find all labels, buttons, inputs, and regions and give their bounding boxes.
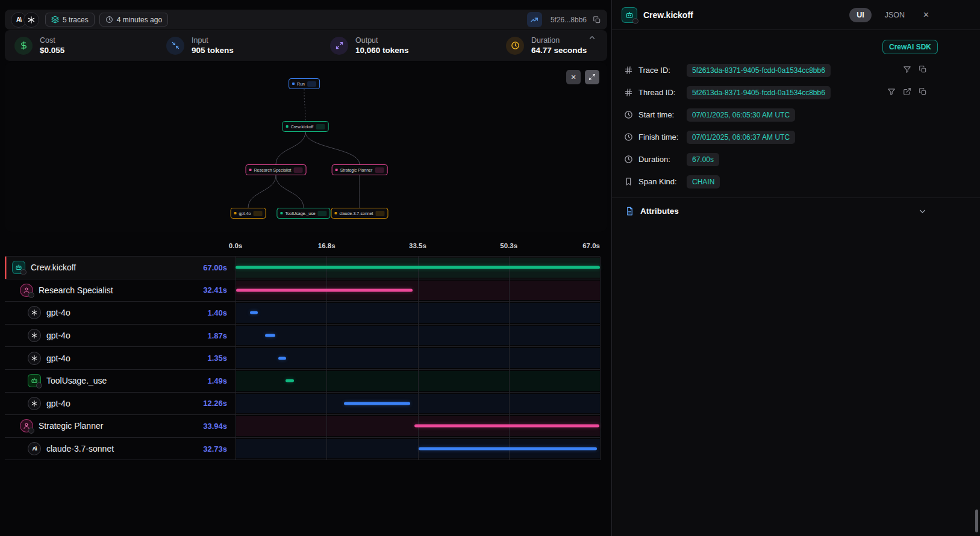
stat-value: 64.77 seconds [531,46,587,55]
expand-graph-button[interactable] [585,70,599,84]
axis-tick: 67.0s [582,242,600,249]
gridline [509,257,510,460]
span-duration: 67.00s [203,263,236,272]
timeline-bar[interactable] [414,425,599,428]
timeline-row[interactable]: gpt-4o12.26s [5,393,600,416]
openai-logo-icon [23,12,39,28]
crewai-icon [12,261,25,274]
filter-icon [903,65,911,75]
axis-tick: 50.3s [500,242,517,249]
field-value-chip[interactable]: 67.00s [687,153,719,166]
agentops-badge [632,18,638,24]
trending-up-icon [530,16,538,24]
openai-icon [27,16,36,24]
node-dot [336,169,338,171]
filter-button[interactable] [903,65,911,75]
field-label: Trace ID: [638,66,682,75]
openai-icon [28,306,41,319]
node-label: ToolUsage._use [285,211,315,216]
time-ago-label: 4 minutes ago [117,16,162,24]
close-panel-button[interactable]: ✕ [923,10,929,19]
stat-label: Input [192,36,234,45]
span-detail-panel: Crew.kickoff UI JSON ✕ CrewAI SDK Trace … [611,0,980,536]
attributes-label: Attributes [640,207,679,216]
panel-title: Crew.kickoff [643,10,693,20]
node-dot [292,83,295,85]
span-name: Strategic Planner [39,421,203,431]
field-value-chip[interactable]: 07/01/2025, 06:05:30 AM UTC [687,108,795,122]
gridline [600,257,601,460]
timeline-row[interactable]: ToolUsage._use1.49s [5,370,600,393]
node-status-pill [316,124,325,129]
timeline-bar[interactable] [250,311,258,314]
chevron-down-icon [918,207,927,216]
field-value-chip[interactable]: 5f2613da-8371-9405-fcdd-0a1534cc8bb6 [687,64,831,77]
node-dot [234,212,237,214]
collapse-stats-button[interactable] [588,34,596,44]
timeline-bar[interactable] [236,266,600,269]
graph-node-tool[interactable]: ToolUsage._use [276,208,330,219]
span-duration: 1.40s [207,308,236,317]
timeline-row[interactable]: Crew.kickoff67.00s [5,257,600,279]
hash-icon [624,88,634,97]
span-duration: 32.41s [203,285,236,294]
timeline-bar[interactable] [236,288,413,291]
field-value-chip[interactable]: 5f2613da-8371-9405-fcdd-0a1534cc8bb6 [687,86,831,99]
external-button[interactable] [903,87,911,98]
gridline [236,257,236,460]
node-dot [286,125,289,128]
stats-bar: Cost$0.055Input905 tokensOutput10,060 to… [5,30,607,61]
timeline-row[interactable]: A\claude-3.7-sonnet32.73s [5,438,600,461]
stat-value: $0.055 [40,46,64,55]
field-value-chip[interactable]: 07/01/2025, 06:06:37 AM UTC [687,131,795,144]
attributes-section-toggle[interactable]: Attributes [612,198,980,224]
timeline-bar[interactable] [286,379,293,382]
trace-view: A\ 5 traces 4 minutes ago 5f26...8bb6 Co… [0,0,980,536]
traces-count-badge[interactable]: 5 traces [45,13,95,26]
stat-value: 10,060 tokens [355,46,409,55]
graph-node-gpt[interactable]: gpt-4o [231,208,266,219]
copy-button[interactable] [919,87,927,98]
tab-json[interactable]: JSON [878,8,912,22]
graph-node-crew[interactable]: Crew.kickoff [282,121,329,132]
graph-node-research[interactable]: Research Specialist [246,164,307,175]
timeline-waterfall: 0.0s16.8s33.5s50.3s67.0s Crew.kickoff67.… [5,237,600,460]
agentops-badge [28,292,34,298]
span-duration: 1.35s [207,354,236,363]
gridline [418,257,419,460]
document-icon [625,207,634,216]
copy-button[interactable] [919,65,927,75]
copy-icon [593,16,601,24]
timeline-row[interactable]: gpt-4o1.87s [5,325,600,347]
layers-icon [51,16,59,23]
node-label: Crew.kickoff [291,125,314,129]
openai-icon [28,352,41,365]
tab-ui[interactable]: UI [849,8,872,22]
filter-button[interactable] [887,87,896,98]
metrics-chart-button[interactable] [527,12,542,27]
arrowsIn-icon [166,37,184,55]
timeline-bar[interactable] [278,357,286,360]
timeline-row[interactable]: Strategic Planner33.94s [5,415,600,438]
close-graph-button[interactable]: ✕ [566,70,581,84]
graph-node-claude[interactable]: claude-3.7-sonnet [331,208,388,219]
field-value-chip[interactable]: CHAIN [687,175,720,189]
bookmark-icon [624,177,634,186]
timeline-row[interactable]: gpt-4o1.35s [5,347,600,370]
timeline-row[interactable]: Research Specialist32.41s [5,279,600,302]
timeline-bar[interactable] [265,334,275,337]
copy-trace-id-button[interactable] [593,16,601,24]
timeline-bar[interactable] [419,447,597,450]
span-duration: 1.87s [207,331,236,340]
scrollbar-thumb[interactable] [975,510,978,532]
graph-node-run[interactable]: Run [289,78,320,89]
graph-node-strategic[interactable]: Strategic Planner [332,164,388,175]
clock-icon [105,16,113,23]
timeline-bar[interactable] [344,402,411,405]
field-thread-id: Thread ID:5f2613da-8371-9405-fcdd-0a1534… [612,81,980,104]
agentops-badge [28,428,34,434]
span-name: ToolUsage._use [46,376,207,385]
timeline-row[interactable]: gpt-4o1.40s [5,302,600,325]
hash-icon [624,66,634,75]
clock-icon [624,110,634,119]
